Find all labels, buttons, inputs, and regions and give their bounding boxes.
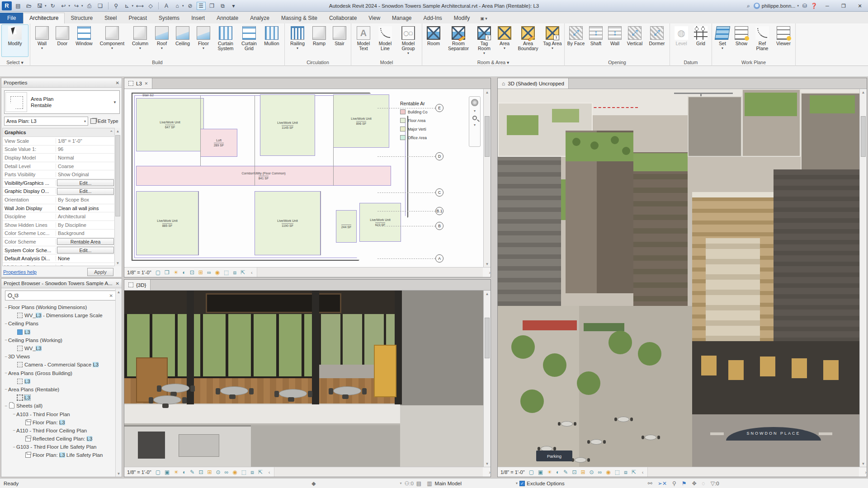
area-button[interactable]: Area▼: [495, 24, 514, 57]
undo-icon[interactable]: ↩: [59, 2, 68, 10]
set-button[interactable]: Set▼: [713, 24, 731, 57]
ref-plane-button[interactable]: Ref Plane: [751, 24, 773, 57]
ramp-button[interactable]: Ramp: [309, 24, 330, 57]
sun-path-icon[interactable]: ☀: [174, 269, 179, 276]
shaft-button[interactable]: Shaft: [586, 24, 606, 57]
scroll-thumb[interactable]: [115, 135, 120, 216]
wall-button[interactable]: Wall▼: [32, 24, 52, 57]
scroll-right-icon[interactable]: ›: [489, 270, 491, 275]
area-room[interactable]: Live/Work Unit1145 SF: [260, 94, 315, 156]
scroll-right-icon[interactable]: ›: [489, 469, 491, 475]
move-icon[interactable]: ✥: [692, 480, 697, 487]
restore-button[interactable]: ❐: [837, 1, 850, 10]
curtain-grid-button[interactable]: Curtain Grid: [238, 24, 260, 57]
selection-box-icon[interactable]: ⬚: [224, 269, 229, 276]
floor-button[interactable]: Floor▼: [193, 24, 213, 57]
deselect-icon[interactable]: ➢✕: [658, 480, 667, 487]
pin-icon[interactable]: ⚲: [672, 480, 676, 487]
chevron-down-icon[interactable]: ▾: [474, 123, 476, 127]
property-edit-button[interactable]: Edit...: [57, 188, 114, 195]
property-edit-button[interactable]: Edit...: [57, 179, 114, 186]
model-group-button[interactable]: Model Group▼: [396, 24, 420, 57]
railing-button[interactable]: Railing▼: [286, 24, 309, 57]
chevron-down-icon[interactable]: ▾: [474, 109, 476, 113]
tree-item[interactable]: Reflected Ceiling Plan: L3: [2, 435, 115, 443]
dashed-circle-icon[interactable]: ◌: [702, 480, 705, 487]
view-vertical-scrollbar[interactable]: ▲▼: [483, 291, 491, 467]
vertical-button[interactable]: Vertical: [624, 24, 646, 57]
tree-item[interactable]: −A110 - Third Floor Ceiling Plan: [2, 427, 115, 435]
customize-quick-access-icon[interactable]: ▾: [229, 2, 238, 10]
displaced-elements-icon[interactable]: ⧈: [250, 469, 254, 475]
crop-view-icon[interactable]: ⊡: [190, 269, 194, 276]
element-selector[interactable]: Area Plan: L3 ▾: [4, 117, 88, 126]
chevron-down-icon[interactable]: ▾: [132, 4, 134, 8]
revit-button-icon[interactable]: R: [2, 1, 12, 10]
displaced-elements-icon[interactable]: ⧈: [233, 269, 236, 276]
expand-control-bar-icon[interactable]: ‹: [269, 469, 270, 475]
tab-architecture[interactable]: Architecture: [23, 13, 65, 23]
scroll-down-icon[interactable]: ▼: [484, 460, 491, 467]
tab-view[interactable]: View: [363, 13, 386, 23]
edit-type-button[interactable]: Edit Type: [90, 118, 118, 124]
expand-control-bar-icon[interactable]: ‹: [642, 469, 644, 475]
tab-steel[interactable]: Steel: [99, 13, 123, 23]
selection-toggle-icon[interactable]: ◆: [311, 480, 316, 487]
locked-view-icon[interactable]: ⊙: [590, 469, 594, 475]
browser-scrollbar[interactable]: ▲ ▼: [115, 289, 122, 477]
tree-expander[interactable]: −: [4, 338, 8, 343]
tree-expander[interactable]: −: [4, 404, 8, 408]
tab-precast[interactable]: Precast: [123, 13, 153, 23]
tree-expander[interactable]: −: [12, 428, 16, 433]
user-interface-icon[interactable]: ☰: [197, 2, 206, 10]
displaced-elements-icon[interactable]: ⧈: [624, 469, 627, 475]
viewport-area-plan[interactable]: L3✕Live/Work Unit647 SFLive/Work Unit114…: [124, 78, 491, 277]
zoom-icon[interactable]: [472, 116, 477, 120]
reveal-hidden-icon[interactable]: ∞: [207, 269, 211, 276]
shadows-icon[interactable]: ◐: [183, 269, 186, 276]
temporary-hide-icon[interactable]: ◉: [606, 469, 610, 475]
exclude-options-toggle[interactable]: ✓ Exclude Options: [519, 481, 565, 486]
tree-item[interactable]: WV_L3 - Dimensions Large Scale: [2, 311, 115, 319]
close-icon[interactable]: ✕: [116, 80, 119, 85]
tree-item[interactable]: WV_L3: [2, 344, 115, 352]
tree-expander[interactable]: −: [4, 305, 8, 310]
visual-style-icon[interactable]: ▢: [529, 469, 534, 475]
tree-item[interactable]: −G103 - Third Floor Life Safety Plan: [2, 443, 115, 451]
horizontal-scrollbar[interactable]: [257, 267, 483, 277]
tab-add-ins[interactable]: Add-Ins: [417, 13, 448, 23]
view-scale[interactable]: 1/8" = 1'-0": [127, 469, 151, 475]
scroll-thumb[interactable]: [861, 116, 866, 157]
measure-icon[interactable]: ⊾: [123, 2, 132, 10]
chevron-down-icon[interactable]: ▾: [69, 4, 71, 8]
close-button[interactable]: ✕: [854, 1, 866, 10]
room-button[interactable]: Room: [424, 24, 443, 57]
show-rendering-icon[interactable]: ▣: [165, 469, 170, 475]
detail-level-icon[interactable]: ❒: [165, 269, 170, 276]
show-crop-icon[interactable]: ⊞: [580, 469, 585, 475]
tab-file[interactable]: File: [0, 13, 23, 23]
minimize-button[interactable]: ─: [821, 1, 834, 10]
navigation-bar[interactable]: ▾▾: [469, 96, 481, 147]
scroll-thumb[interactable]: [485, 318, 490, 358]
tree-item[interactable]: −Area Plans (Gross Building): [2, 369, 115, 377]
chevron-down-icon[interactable]: ▾: [400, 481, 401, 485]
wall-button[interactable]: Wall: [606, 24, 624, 57]
show-crop-icon[interactable]: ⊞: [198, 269, 203, 276]
workset-list-icon[interactable]: ▥: [427, 480, 432, 487]
view-tab[interactable]: ⌂3D (Shaded) Uncropped: [498, 78, 569, 89]
visual-style-icon[interactable]: ▢: [156, 269, 160, 276]
tree-expander[interactable]: −: [12, 412, 16, 417]
area-room[interactable]: Live/Work Unit885 SF: [136, 191, 198, 255]
show-rendering-icon[interactable]: ▣: [538, 469, 543, 475]
selection-box-icon[interactable]: ⬚: [241, 469, 246, 475]
help-icon[interactable]: ❓: [811, 3, 817, 9]
chevron-down-icon[interactable]: ▾: [81, 4, 83, 8]
app-store-icon[interactable]: ⛁: [802, 3, 807, 9]
tree-expander[interactable]: −: [4, 321, 8, 326]
expand-control-bar-icon[interactable]: ‹: [251, 270, 253, 275]
ceiling-button[interactable]: Ceiling: [172, 24, 193, 57]
clear-search-icon[interactable]: ✕: [109, 293, 116, 298]
tab-massing-site[interactable]: Massing & Site: [275, 13, 323, 23]
tree-item[interactable]: −A103 - Third Floor Plan: [2, 410, 115, 418]
